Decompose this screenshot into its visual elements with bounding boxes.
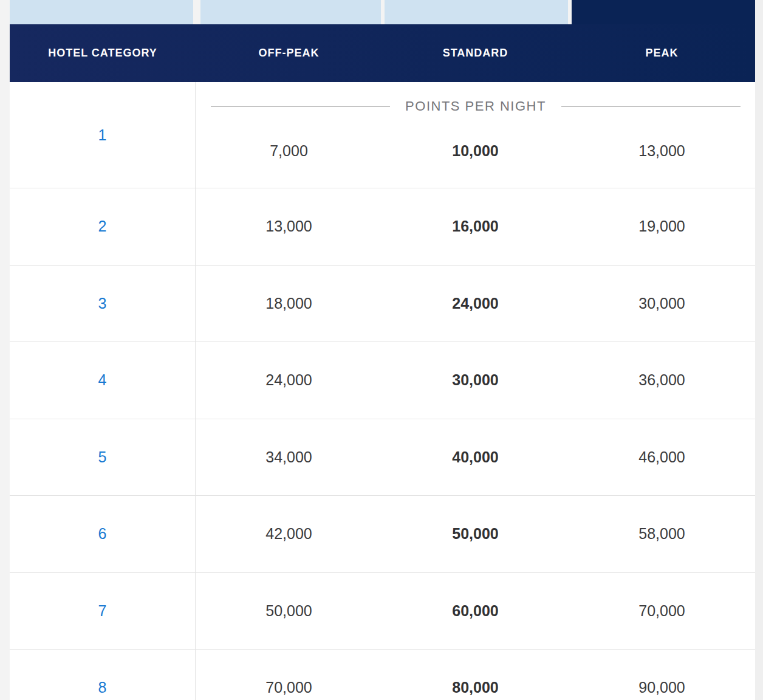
peak-value: 36,000 bbox=[569, 342, 755, 419]
off-peak-value: 42,000 bbox=[196, 496, 382, 572]
category-link[interactable]: 5 bbox=[98, 448, 107, 466]
peak-value: 58,000 bbox=[569, 496, 755, 572]
category-cell: 2 bbox=[10, 188, 196, 265]
category-cell: 6 bbox=[10, 496, 196, 572]
category-link[interactable]: 2 bbox=[98, 218, 107, 235]
peak-value: 70,000 bbox=[569, 573, 755, 650]
row-values: 7,000 10,000 13,000 bbox=[196, 114, 755, 188]
column-header-standard: STANDARD bbox=[382, 47, 569, 60]
table-row: 4 24,000 30,000 36,000 bbox=[10, 342, 755, 419]
category-cell: 3 bbox=[10, 266, 196, 342]
column-header-peak: PEAK bbox=[569, 47, 755, 60]
standard-value: 16,000 bbox=[382, 188, 569, 265]
category-cell: 7 bbox=[10, 573, 196, 650]
points-per-night-divider: POINTS PER NIGHT bbox=[196, 82, 755, 114]
peak-value: 90,000 bbox=[569, 650, 755, 700]
column-header-off-peak: OFF-PEAK bbox=[196, 47, 382, 60]
peak-value: 46,000 bbox=[569, 419, 755, 496]
peak-value: 13,000 bbox=[569, 142, 755, 160]
column-header-hotel-category: HOTEL CATEGORY bbox=[10, 47, 196, 60]
standard-value: 40,000 bbox=[382, 419, 569, 496]
off-peak-value: 7,000 bbox=[196, 142, 382, 160]
category-link[interactable]: 6 bbox=[98, 525, 107, 543]
page-gutter-right bbox=[755, 0, 763, 700]
standard-value: 24,000 bbox=[382, 266, 569, 342]
award-chart: HOTEL CATEGORY OFF-PEAK STANDARD PEAK 1 … bbox=[10, 0, 755, 700]
standard-value: 30,000 bbox=[382, 342, 569, 419]
category-link[interactable]: 7 bbox=[98, 602, 107, 620]
category-cell: 1 bbox=[10, 82, 196, 188]
off-peak-value: 34,000 bbox=[196, 419, 382, 496]
category-link[interactable]: 3 bbox=[98, 295, 107, 312]
table-row: 5 34,000 40,000 46,000 bbox=[10, 419, 755, 496]
category-cell: 8 bbox=[10, 650, 196, 700]
table-row: 2 13,000 16,000 19,000 bbox=[10, 188, 755, 266]
standard-value: 10,000 bbox=[382, 142, 569, 160]
tab-2[interactable] bbox=[200, 0, 381, 24]
table-row: 3 18,000 24,000 30,000 bbox=[10, 266, 755, 343]
table-row: 8 70,000 80,000 90,000 bbox=[10, 650, 755, 700]
off-peak-value: 18,000 bbox=[196, 266, 382, 342]
points-chart-page: HOTEL CATEGORY OFF-PEAK STANDARD PEAK 1 … bbox=[0, 0, 763, 700]
off-peak-value: 70,000 bbox=[196, 650, 382, 700]
off-peak-value: 24,000 bbox=[196, 342, 382, 419]
category-link[interactable]: 4 bbox=[98, 371, 107, 389]
chart-tabs bbox=[10, 0, 755, 24]
peak-value: 30,000 bbox=[569, 266, 755, 342]
tab-1[interactable] bbox=[10, 0, 193, 24]
standard-value: 50,000 bbox=[382, 496, 569, 572]
table-body: 1 POINTS PER NIGHT 7,000 10,000 13,000 bbox=[10, 82, 755, 700]
standard-value: 80,000 bbox=[382, 650, 569, 700]
tab-3[interactable] bbox=[385, 0, 568, 24]
table-header-row: HOTEL CATEGORY OFF-PEAK STANDARD PEAK bbox=[10, 24, 755, 82]
off-peak-value: 50,000 bbox=[196, 573, 382, 650]
peak-value: 19,000 bbox=[569, 188, 755, 265]
standard-value: 60,000 bbox=[382, 573, 569, 650]
points-area: POINTS PER NIGHT 7,000 10,000 13,000 bbox=[196, 82, 755, 188]
table-row: 1 POINTS PER NIGHT 7,000 10,000 13,000 bbox=[10, 82, 755, 188]
divider-line-right bbox=[561, 106, 741, 107]
off-peak-value: 13,000 bbox=[196, 188, 382, 265]
points-per-night-label: POINTS PER NIGHT bbox=[405, 98, 546, 114]
tab-4-selected[interactable] bbox=[572, 0, 755, 24]
table-row: 6 42,000 50,000 58,000 bbox=[10, 496, 755, 573]
category-link[interactable]: 1 bbox=[98, 126, 107, 144]
category-cell: 5 bbox=[10, 419, 196, 496]
category-cell: 4 bbox=[10, 342, 196, 419]
divider-line-left bbox=[211, 106, 390, 107]
category-link[interactable]: 8 bbox=[98, 679, 107, 696]
table-row: 7 50,000 60,000 70,000 bbox=[10, 573, 755, 650]
